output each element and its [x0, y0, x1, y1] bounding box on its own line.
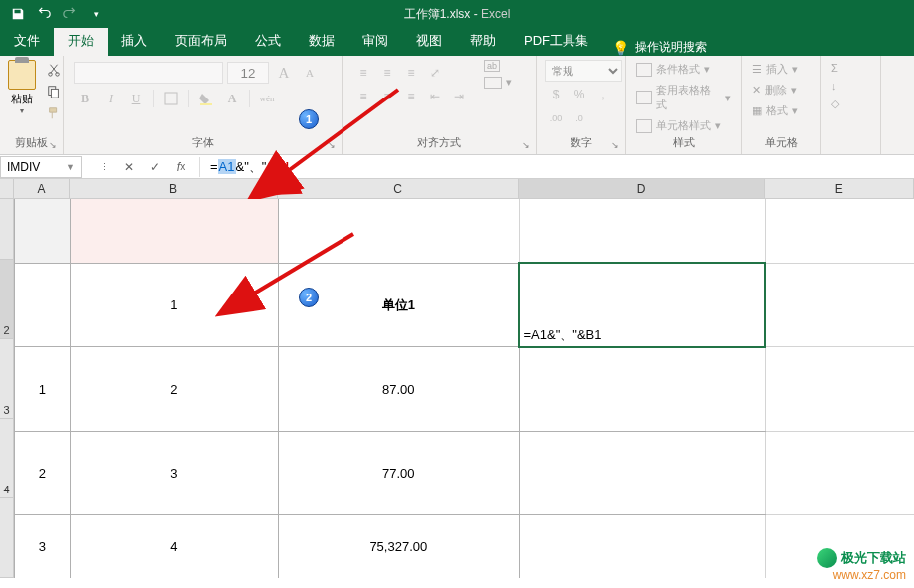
cell-A5[interactable]: 3	[14, 515, 70, 578]
tab-data[interactable]: 数据	[295, 26, 348, 56]
increase-indent-button[interactable]: ⇥	[448, 86, 470, 107]
align-left-button[interactable]: ≡	[352, 86, 374, 107]
select-all-corner[interactable]	[0, 179, 14, 199]
cell-B4[interactable]: 3	[70, 431, 278, 514]
paste-button[interactable]: 粘贴 ▾	[8, 60, 36, 115]
align-bottom-button[interactable]: ≡	[400, 62, 422, 84]
row-header-4[interactable]: 4	[0, 419, 14, 498]
cell-C1[interactable]	[279, 199, 519, 263]
cell-D1[interactable]	[519, 199, 765, 263]
cell-E2[interactable]	[765, 263, 914, 346]
row-header-1[interactable]	[0, 199, 14, 260]
tab-file[interactable]: 文件	[0, 26, 54, 56]
insert-cells-button[interactable]: ☰ 插入 ▾	[750, 60, 812, 79]
cell-E3[interactable]	[765, 347, 914, 431]
cell-styles-button[interactable]: 单元格样式 ▾	[634, 116, 733, 135]
accounting-format-button[interactable]: $	[545, 84, 567, 105]
fill-color-button[interactable]	[195, 88, 217, 109]
tab-formulas[interactable]: 公式	[241, 26, 295, 56]
col-header-A[interactable]: A	[14, 179, 70, 199]
cell-C3[interactable]: 87.00	[279, 347, 519, 431]
cell-D2[interactable]: =A1&"、"&B1	[519, 263, 765, 346]
phonetic-button[interactable]: wén	[256, 88, 278, 109]
wrap-text-button[interactable]: ab	[484, 60, 512, 72]
tab-page-layout[interactable]: 页面布局	[161, 26, 241, 56]
cell-E1[interactable]	[765, 199, 914, 263]
underline-button[interactable]: U	[125, 88, 147, 109]
font-launcher[interactable]: ↘	[328, 140, 340, 152]
align-top-button[interactable]: ≡	[352, 62, 374, 84]
col-header-B[interactable]: B	[70, 179, 279, 199]
font-size-input[interactable]	[227, 62, 269, 84]
formula-input[interactable]: =A1&"、"&B1	[204, 156, 914, 178]
number-launcher[interactable]: ↘	[611, 140, 623, 152]
cell-E4[interactable]	[765, 431, 914, 514]
qat-customize[interactable]: ▾	[84, 2, 108, 26]
align-middle-button[interactable]: ≡	[376, 62, 398, 84]
fx-button[interactable]: fx	[169, 157, 193, 177]
name-box[interactable]: IMDIV ▼	[0, 156, 82, 178]
fill-button[interactable]: ↓	[829, 78, 872, 94]
spreadsheet-grid[interactable]: A B C D E 2 3 4 1 单位1 =A1&"、"&B1	[0, 179, 914, 578]
bold-button[interactable]: B	[74, 88, 96, 109]
font-name-input[interactable]	[74, 62, 223, 84]
format-cells-button[interactable]: ▦ 格式 ▾	[750, 101, 812, 120]
cell-C5[interactable]: 75,327.00	[279, 515, 519, 578]
cell-B2[interactable]: 1	[70, 263, 278, 346]
align-center-button[interactable]: ≡	[376, 86, 398, 107]
align-launcher[interactable]: ↘	[522, 140, 534, 152]
cut-button[interactable]	[44, 60, 64, 80]
number-format-select[interactable]: 常规	[545, 60, 622, 82]
cell-B3[interactable]: 2	[70, 347, 278, 431]
cell-A1[interactable]	[14, 199, 70, 263]
row-header-5[interactable]	[0, 498, 14, 578]
enter-formula-button[interactable]: ✓	[143, 157, 167, 177]
cell-A3[interactable]: 1	[14, 347, 70, 431]
cell-D4[interactable]	[519, 431, 765, 514]
row-header-3[interactable]: 3	[0, 339, 14, 419]
tab-help[interactable]: 帮助	[456, 26, 510, 56]
merge-center-button[interactable]: ▾	[484, 76, 512, 89]
tab-pdf-tools[interactable]: PDF工具集	[510, 26, 602, 56]
tab-insert[interactable]: 插入	[108, 26, 161, 56]
cell-A4[interactable]: 2	[14, 431, 70, 514]
tab-view[interactable]: 视图	[402, 26, 456, 56]
increase-font-button[interactable]: A	[273, 62, 295, 84]
sheet-table[interactable]: 1 单位1 =A1&"、"&B1 1 2 87.00 2 3 77.00 3	[14, 199, 914, 578]
col-header-E[interactable]: E	[765, 179, 914, 199]
decrease-indent-button[interactable]: ⇤	[424, 86, 446, 107]
border-button[interactable]	[160, 88, 182, 109]
decrease-decimal-button[interactable]: .0	[569, 107, 590, 129]
italic-button[interactable]: I	[100, 88, 121, 109]
copy-button[interactable]	[44, 82, 64, 101]
dropdown-icon[interactable]: ⋮	[92, 157, 115, 177]
tell-me-search[interactable]: 💡 操作说明搜索	[602, 39, 717, 56]
col-header-D[interactable]: D	[519, 179, 765, 199]
delete-cells-button[interactable]: ✕ 删除 ▾	[750, 81, 812, 99]
format-as-table-button[interactable]: 套用表格格式 ▾	[634, 81, 733, 114]
clipboard-launcher[interactable]: ↘	[49, 140, 61, 152]
cancel-formula-button[interactable]: ✕	[117, 157, 141, 177]
redo-button[interactable]	[58, 2, 82, 26]
save-button[interactable]	[6, 2, 30, 26]
tab-home[interactable]: 开始	[54, 26, 108, 56]
cell-B5[interactable]: 4	[70, 515, 278, 578]
autosum-button[interactable]: Σ	[829, 60, 872, 76]
font-color-button[interactable]: A	[221, 88, 243, 109]
increase-decimal-button[interactable]: .00	[545, 107, 567, 129]
clear-button[interactable]: ◇	[829, 96, 872, 112]
percent-format-button[interactable]: %	[569, 84, 590, 105]
orientation-button[interactable]: ⤢	[424, 62, 446, 84]
comma-format-button[interactable]: ,	[592, 84, 614, 105]
align-right-button[interactable]: ≡	[400, 86, 422, 107]
tab-review[interactable]: 审阅	[348, 26, 402, 56]
col-header-C[interactable]: C	[278, 179, 518, 199]
decrease-font-button[interactable]: A	[299, 62, 321, 84]
cell-D5[interactable]	[519, 515, 765, 578]
format-painter-button[interactable]	[44, 103, 64, 123]
conditional-format-button[interactable]: 条件格式 ▾	[634, 60, 733, 79]
cell-B1[interactable]	[70, 199, 278, 263]
cell-C4[interactable]: 77.00	[279, 431, 519, 514]
undo-button[interactable]	[32, 2, 56, 26]
cell-D3[interactable]	[519, 347, 765, 431]
